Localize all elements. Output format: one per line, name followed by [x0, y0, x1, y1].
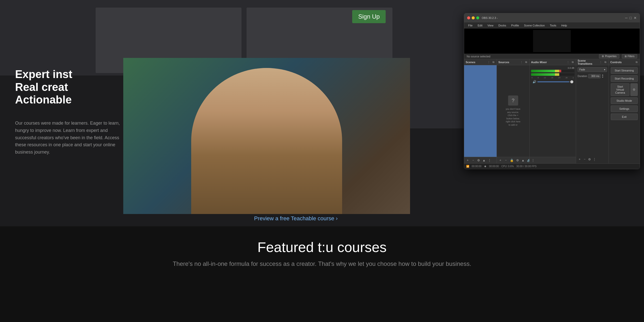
properties-icon: ⚙ — [602, 55, 604, 58]
signal-icon-item: 📶 — [466, 165, 469, 168]
exit-button[interactable]: Exit — [611, 114, 638, 120]
source-question-icon: ? — [508, 95, 518, 105]
hero-line3: Actionable — [15, 93, 126, 106]
transition-settings-button[interactable]: ⚙ — [588, 157, 591, 162]
settings-button[interactable]: Settings — [611, 105, 638, 112]
virtual-camera-settings-button[interactable]: ⚙ — [630, 83, 638, 96]
hero-line2: Real creat — [15, 81, 126, 94]
audio-db-bar: 0.0 dB — [530, 65, 576, 85]
menu-docks[interactable]: Docks — [496, 23, 508, 27]
transition-menu-button[interactable]: ⋮ — [592, 157, 596, 162]
audio-mixer-menu-button[interactable]: ⋮ — [531, 158, 536, 163]
audio-slider-thumb[interactable] — [570, 80, 573, 83]
audio-volume-slider[interactable] — [537, 81, 573, 82]
transition-add-button[interactable]: ＋ — [578, 157, 582, 162]
chevron-down-icon: ▾ — [604, 68, 605, 71]
tick-4: -18 — [551, 77, 553, 79]
duration-down-button[interactable]: ▼ — [602, 76, 604, 78]
preview-course-link[interactable]: Preview a free Teachable course › — [254, 215, 338, 222]
menu-edit[interactable]: Edit — [476, 23, 485, 27]
meter-yellow-2 — [555, 73, 559, 76]
scene-transitions-menu-icon[interactable]: ⋮ — [599, 60, 603, 64]
signup-button[interactable]: Sign Up — [352, 10, 386, 23]
tick-2: -6 — [537, 77, 539, 79]
controls-panel-popout-icon[interactable]: ⧉ — [635, 60, 638, 64]
scenes-panel-menu-icon[interactable]: ⋮ — [487, 60, 491, 64]
scenes-settings-button[interactable]: ⚙ — [476, 158, 481, 163]
maximize-window-button[interactable] — [476, 16, 479, 19]
filters-icon: ⊞ — [625, 55, 627, 58]
filters-label: Filters — [628, 55, 634, 58]
menu-help[interactable]: Help — [559, 23, 569, 27]
featured-subtitle: There's no all-in-one formula for succes… — [173, 260, 471, 267]
sources-settings-button[interactable]: ⚙ — [515, 158, 520, 163]
meter-red — [559, 70, 561, 72]
scene-transitions-popout-icon[interactable]: ⧉ — [604, 60, 607, 64]
meter-green — [531, 70, 555, 72]
start-streaming-button[interactable]: Start Streaming — [611, 67, 638, 74]
sources-panel-title: Sources — [498, 61, 518, 64]
sources-panel: Sources ⋮ ⧉ ? you don't have any source.… — [497, 59, 530, 163]
featured-title: Featured t:u courses — [257, 239, 387, 255]
sources-up-button[interactable]: ▲ — [520, 158, 526, 163]
sources-add-button[interactable]: ＋ — [498, 158, 503, 163]
controls-panel-body: Start Streaming Start Recording Start Vi… — [609, 65, 640, 163]
start-virtual-camera-button[interactable]: Start Virtual Camera — [611, 83, 629, 96]
transition-duration-row: Duration ▲ ▼ — [576, 74, 609, 78]
minimize-window-button[interactable] — [472, 16, 475, 19]
sources-lock-button[interactable]: 🔒 — [509, 158, 515, 163]
audio-meter-fill — [531, 70, 574, 72]
audio-tick-row: 0 -6 -12 -18 -24 -30 -1 — [531, 77, 574, 79]
sources-link-button[interactable]: 🔗 — [526, 158, 530, 163]
close-window-button[interactable] — [467, 16, 470, 19]
scenes-panel-body: Scene — [464, 65, 497, 157]
sources-remove-button[interactable]: － — [503, 158, 508, 163]
transition-type-dropdown[interactable]: Fade ▾ — [578, 67, 607, 72]
scenes-up-button[interactable]: ▲ — [481, 158, 487, 163]
start-recording-button[interactable]: Start Recording — [611, 75, 638, 82]
controls-panel-title: Controls — [610, 61, 634, 64]
scenes-add-button[interactable]: ＋ — [465, 158, 470, 163]
rec-time-item: 00:00:00 — [489, 165, 499, 168]
titlebar-close-icon[interactable]: ✕ — [634, 16, 637, 20]
controls-panel-header: Controls ⧉ — [609, 59, 640, 65]
duration-input[interactable] — [588, 74, 601, 78]
menu-profile[interactable]: Profile — [509, 23, 521, 27]
properties-button[interactable]: ⚙ Properties — [599, 54, 619, 58]
scene-transitions-title: Scene Transitions — [578, 59, 598, 65]
scenes-remove-button[interactable]: － — [471, 158, 476, 163]
menu-scene-collection[interactable]: Scene Collection — [522, 23, 547, 27]
sources-panel-popout-icon[interactable]: ⧉ — [525, 60, 528, 64]
filters-button[interactable]: ⊞ Filters — [622, 54, 637, 58]
source-placeholder: ? you don't have any source. Click the +… — [505, 95, 521, 127]
menu-tools[interactable]: Tools — [548, 23, 558, 27]
audio-mixer-panel-popout-icon[interactable]: ⧉ — [571, 60, 574, 64]
audio-meter-track — [531, 70, 574, 72]
duration-up-button[interactable]: ▲ — [602, 74, 604, 76]
controls-panel: Controls ⧉ Start Streaming Start Recordi… — [609, 59, 640, 163]
meter-yellow — [555, 70, 559, 72]
menu-view[interactable]: View — [486, 23, 496, 27]
hero-description: Our courses were made for learners. Eage… — [15, 120, 123, 156]
audio-mixer-panel-menu-icon[interactable]: ⋮ — [566, 60, 570, 64]
fps-value: 30.00 / 30.00 FPS — [516, 165, 537, 168]
audio-meter-fill-2 — [531, 73, 574, 76]
source-hint-text: you don't have any source. Click the + b… — [505, 108, 521, 127]
scenes-panel-popout-icon[interactable]: ⧉ — [492, 60, 495, 64]
stream-time-value: 00:00:00 — [472, 165, 481, 168]
audio-mute-button[interactable]: 🔊 — [533, 80, 536, 84]
transition-remove-button[interactable]: － — [583, 157, 587, 162]
scenes-panel-title: Scenes — [466, 61, 486, 64]
video-person — [123, 58, 410, 214]
audio-mixer-panel-body: 0.0 dB — [530, 65, 576, 157]
studio-mode-button[interactable]: Studio Mode — [611, 97, 638, 104]
tick-6: -30 — [565, 77, 568, 79]
sources-panel-menu-icon[interactable]: ⋮ — [519, 60, 524, 64]
titlebar-maximize-icon[interactable]: □ — [630, 16, 632, 20]
titlebar-minimize-icon[interactable]: ─ — [625, 16, 628, 20]
scene-item-bg — [464, 65, 497, 157]
scenes-menu-button[interactable]: ⋮ — [487, 158, 492, 163]
menu-file[interactable]: File — [466, 23, 475, 27]
rec-time-value: 00:00:00 — [489, 165, 499, 168]
signal-icon: 📶 — [466, 165, 469, 168]
